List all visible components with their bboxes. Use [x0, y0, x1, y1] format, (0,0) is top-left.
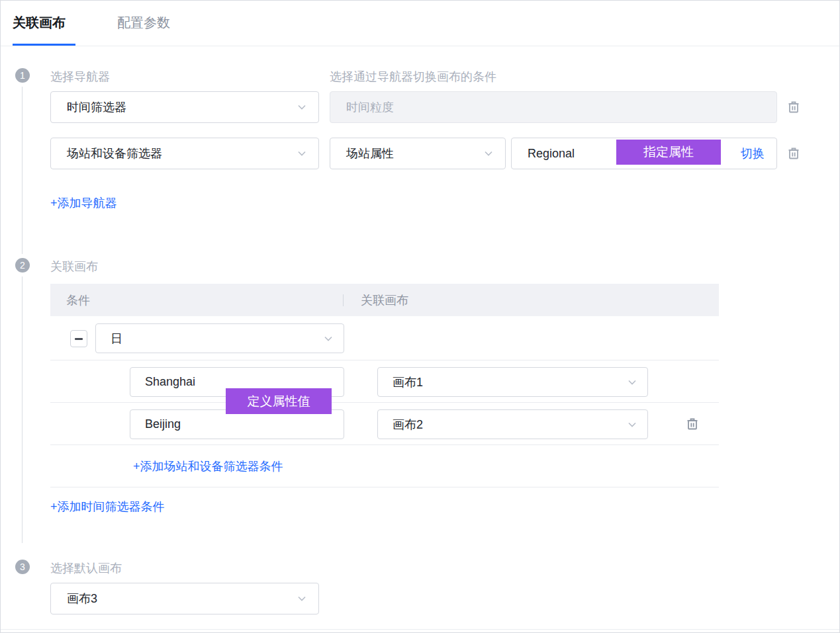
add-time-condition-link[interactable]: +添加时间筛选器条件 — [50, 499, 165, 515]
add-station-condition-link[interactable]: +添加场站和设备筛选器条件 — [133, 458, 283, 474]
table-row-beijing: Beijing 画布2 — [50, 403, 719, 445]
table-header-row: 条件 关联画布 — [50, 284, 719, 316]
linked-canvas-panel: 关联画布 配置参数 1 选择导航器 选择通过导航器切换画布的条件 时间筛选器 时… — [0, 0, 840, 633]
canvas-condition-table: 条件 关联画布 日 Shanghai 画布1 — [50, 284, 719, 487]
step2-number-badge: 2 — [15, 258, 30, 273]
chevron-down-icon — [322, 333, 334, 345]
table-row-shanghai: Shanghai 画布1 — [50, 360, 719, 403]
navigator-select-time-value: 时间筛选器 — [67, 99, 296, 115]
canvas-select-2-value: 画布2 — [393, 417, 626, 433]
attribute-value-text: Regional — [528, 147, 575, 161]
add-navigator-link[interactable]: +添加导航器 — [50, 195, 117, 211]
minus-icon — [75, 338, 83, 340]
station-attribute-select-value: 场站属性 — [346, 146, 483, 161]
trash-icon — [786, 99, 802, 115]
chevron-down-icon — [296, 148, 308, 159]
switch-attribute-link[interactable]: 切换 — [741, 138, 765, 169]
chevron-down-icon — [296, 593, 308, 605]
column-header-condition: 条件 — [50, 292, 343, 308]
tab-divider — [1, 46, 839, 46]
chevron-down-icon — [483, 148, 494, 159]
trash-icon — [786, 146, 802, 161]
time-condition-select[interactable]: 日 — [95, 323, 344, 353]
canvas-select-1-value: 画布1 — [393, 374, 626, 390]
station-attribute-select[interactable]: 场站属性 — [330, 138, 506, 169]
collapse-condition-button[interactable] — [70, 330, 87, 347]
step-connector-line — [22, 87, 23, 254]
chevron-down-icon — [296, 101, 308, 113]
delete-navigator-row2-button[interactable] — [786, 146, 802, 161]
time-condition-select-value: 日 — [111, 331, 322, 347]
station-value-2: Beijing — [145, 417, 181, 431]
trash-icon — [684, 416, 700, 432]
chevron-down-icon — [626, 376, 638, 388]
canvas-select-1[interactable]: 画布1 — [377, 367, 648, 397]
chevron-down-icon — [626, 419, 638, 431]
default-canvas-select-value: 画布3 — [67, 591, 296, 607]
delete-condition-row-button[interactable] — [684, 416, 700, 432]
step3-title: 选择默认画布 — [50, 560, 122, 576]
specify-attribute-badge: 指定属性 — [616, 140, 721, 165]
navigator-select-station-device[interactable]: 场站和设备筛选器 — [50, 138, 319, 169]
default-canvas-select[interactable]: 画布3 — [50, 583, 319, 614]
navigator-select-time[interactable]: 时间筛选器 — [50, 91, 319, 123]
step2-title: 关联画布 — [50, 259, 98, 274]
table-row-add-station-condition: +添加场站和设备筛选器条件 — [50, 445, 719, 487]
canvas-select-2[interactable]: 画布2 — [377, 409, 648, 439]
bottom-divider — [1, 629, 839, 630]
time-granularity-placeholder: 时间粒度 — [346, 99, 394, 115]
navigator-select-station-device-value: 场站和设备筛选器 — [67, 146, 296, 161]
station-value-1: Shanghai — [145, 375, 195, 389]
step1-title: 选择导航器 — [50, 69, 110, 85]
step1-condition-title: 选择通过导航器切换画布的条件 — [330, 69, 496, 85]
table-row-time-condition: 日 — [50, 316, 719, 360]
delete-navigator-row1-button[interactable] — [786, 99, 802, 115]
tab-linked-canvas[interactable]: 关联画布 — [13, 14, 66, 32]
step1-number-badge: 1 — [15, 68, 30, 83]
define-attribute-value-badge: 定义属性值 — [226, 388, 332, 414]
step-connector-line — [22, 276, 23, 543]
time-granularity-input: 时间粒度 — [330, 91, 777, 123]
tab-config-params[interactable]: 配置参数 — [117, 14, 170, 32]
step3-number-badge: 3 — [15, 560, 30, 574]
column-header-canvas: 关联画布 — [344, 292, 408, 308]
